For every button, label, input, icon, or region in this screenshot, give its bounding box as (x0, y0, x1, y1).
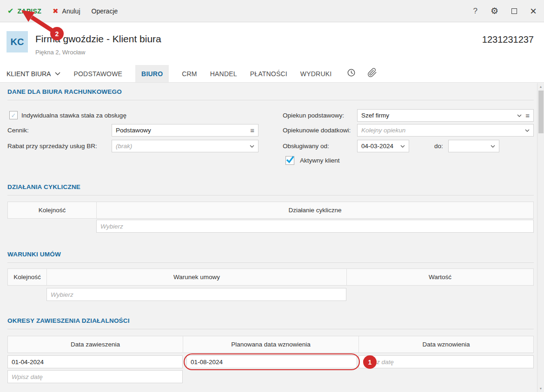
tab-handel[interactable]: HANDEL (210, 70, 237, 78)
chevron-down-icon (491, 145, 495, 148)
column-header-kolejnosc: Kolejność (8, 269, 47, 285)
data-zawieszenia-input-row1[interactable] (7, 355, 183, 368)
section-okresy-header: OKRESY ZAWIESZENIA DZIAŁALNOŚCI (7, 316, 534, 329)
rabat-placeholder: (brak) (116, 143, 132, 150)
tax-id-number: 1231231237 (482, 34, 534, 45)
annotation-badge-2: 2 (50, 27, 64, 40)
obslugiwany-od-value: 04-03-2024 (361, 143, 393, 150)
cancel-button[interactable]: ✖ Anuluj (53, 7, 80, 15)
tab-context-klient-biura[interactable]: KLIENT BIURA (7, 70, 60, 78)
help-icon[interactable]: ? (473, 7, 477, 16)
column-header-data-zawieszenia: Data zawieszenia (8, 336, 183, 353)
warunki-table-header: Kolejność Warunek umowy Wartość (7, 268, 534, 286)
tab-context-label: KLIENT BIURA (7, 70, 51, 78)
obslugiwany-od-label: Obsługiwany od: (283, 143, 329, 150)
column-header-kolejnosc: Kolejność (8, 202, 97, 218)
do-label: do: (434, 143, 443, 150)
column-header-planowana-data-wznowienia: Planowana data wznowienia (183, 336, 359, 353)
operations-label: Operacje (92, 7, 118, 15)
lookup-menu-icon[interactable]: ≡ (250, 126, 254, 134)
history-icon[interactable] (346, 68, 356, 79)
column-header-data-wznowienia: Data wznowienia (359, 336, 533, 353)
active-client-label: Aktywny klient (300, 157, 340, 164)
section-okresy-title: OKRESY ZAWIESZENIA DZIAŁALNOŚCI (7, 317, 130, 324)
check-icon: ✓ (11, 112, 16, 119)
dzialania-table-header: Kolejność Działanie cykliczne (7, 202, 534, 219)
data-wznowienia-input-row1[interactable] (358, 355, 534, 368)
cancel-button-label: Anuluj (62, 7, 80, 15)
record-header: KC Firma gwoździe - Klient biura Piękna … (0, 22, 544, 65)
opiekun-select[interactable]: Szef firmy ≡ (357, 109, 534, 122)
main-content: DANE DLA BIURA RACHUNKOWEGO ✓ Indywidual… (0, 83, 544, 392)
chevron-down-icon (400, 145, 405, 148)
save-button-label: ZAPISZ (17, 7, 41, 15)
settings-gear-icon[interactable]: ⚙ (491, 6, 498, 16)
operations-menu[interactable]: Operacje (92, 7, 118, 15)
individual-rate-checkbox[interactable]: ✓ (9, 111, 18, 119)
obslugiwany-do-date-select[interactable] (448, 140, 499, 152)
cennik-input[interactable]: Podstawowy ≡ (112, 124, 259, 137)
individual-rate-label: Indywidualna stawka stała za obsługę (21, 112, 126, 119)
section-warunki-header: WARUNKI UMÓW (7, 250, 534, 263)
tab-bar: KLIENT BIURA PODSTAWOWE BIURO CRM HANDEL… (0, 65, 544, 83)
scrollbar-thumb[interactable] (538, 91, 544, 133)
planowana-data-wznowienia-input-row1[interactable] (186, 355, 357, 368)
tab-crm[interactable]: CRM (182, 70, 197, 78)
avatar: KC (7, 31, 28, 52)
address-subtitle: Piękna 2, Wrocław (35, 49, 85, 56)
column-header-dzialanie-cykliczne: Działanie cykliczne (97, 202, 533, 218)
chevron-down-icon (250, 145, 254, 148)
lookup-menu-icon[interactable]: ≡ (525, 111, 530, 119)
close-icon[interactable]: × (530, 6, 537, 17)
tab-biuro[interactable]: BIURO (135, 65, 169, 82)
toolbar: ✔ ZAPISZ ✖ Anuluj Operacje ? ⚙ × (0, 0, 544, 22)
opiekunowie-placeholder: Kolejny opiekun (361, 127, 405, 134)
chevron-down-icon (517, 114, 522, 117)
dzialanie-cykliczne-input[interactable] (96, 220, 534, 233)
chevron-down-icon (55, 72, 60, 75)
column-header-warunek-umowy: Warunek umowy (47, 269, 347, 285)
scrollbar-up-arrow-icon[interactable]: ▲ (537, 85, 544, 88)
attachment-paperclip-icon[interactable] (367, 68, 377, 79)
section-dane-header: DANE DLA BIURA RACHUNKOWEGO (7, 87, 534, 100)
cancel-x-icon: ✖ (53, 7, 59, 15)
section-dzialania-header: DZIAŁANIA CYKLICZNE (7, 183, 534, 196)
tab-platnosci[interactable]: PŁATNOŚCI (250, 70, 287, 78)
section-warunki-title: WARUNKI UMÓW (7, 251, 61, 258)
warunek-umowy-input[interactable] (46, 288, 346, 301)
obslugiwany-od-date-select[interactable]: 04-03-2024 (357, 140, 409, 152)
check-icon (285, 156, 295, 164)
section-dzialania-title: DZIAŁANIA CYKLICZNE (7, 183, 80, 190)
annotation-badge-1: 1 (363, 355, 377, 369)
vertical-scrollbar[interactable]: ▲ ▼ (537, 83, 544, 392)
tab-podstawowe[interactable]: PODSTAWOWE (73, 70, 122, 78)
rabat-label: Rabat przy sprzedaży usług BR: (7, 143, 97, 150)
cennik-label: Cennik: (7, 127, 29, 134)
active-client-checkbox[interactable] (285, 156, 294, 165)
opiekun-label: Opiekun podstawowy: (283, 112, 344, 119)
opiekun-value: Szef firmy (361, 112, 389, 119)
data-zawieszenia-input-row2[interactable] (7, 370, 183, 383)
rabat-select[interactable]: (brak) (112, 140, 259, 152)
column-header-wartosc: Wartość (347, 269, 533, 285)
save-button[interactable]: ✔ ZAPISZ (7, 7, 41, 15)
opiekunowie-label: Opiekunowie dodatkowi: (283, 127, 351, 134)
section-dane-title: DANE DLA BIURA RACHUNKOWEGO (7, 88, 122, 95)
save-check-icon: ✔ (7, 7, 13, 15)
scrollbar-down-arrow-icon[interactable]: ▼ (537, 387, 544, 390)
opiekunowie-select[interactable]: Kolejny opiekun (357, 124, 534, 137)
maximize-icon[interactable] (511, 8, 517, 14)
tab-wydruki[interactable]: WYDRUKI (300, 70, 332, 78)
chevron-down-icon (525, 129, 530, 132)
cennik-value: Podstawowy (116, 127, 151, 134)
okresy-table-header: Data zawieszenia Planowana data wznowien… (7, 336, 534, 353)
